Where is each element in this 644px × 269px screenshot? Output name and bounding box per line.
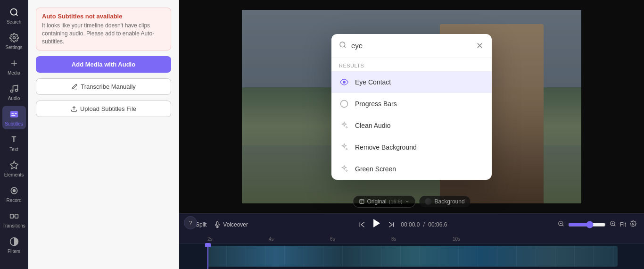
timeline-ruler: 2s 4s 6s 8s 10s (179, 235, 644, 244)
sidebar-item-elements-label: Elements (4, 172, 24, 177)
zoom-out-button[interactable] (558, 220, 564, 228)
fit-button[interactable]: Fit (620, 221, 626, 228)
time-separator: / (423, 221, 425, 228)
result-item-progress-bars[interactable]: Progress Bars (331, 93, 492, 115)
voiceover-button[interactable]: Voiceover (214, 221, 248, 228)
sidebar: Search Settings Media Audio Subtitles (0, 0, 28, 269)
timeline-zoom-controls: Fit (558, 220, 636, 228)
svg-rect-8 (14, 113, 17, 114)
sidebar-item-transitions-label: Transitions (2, 223, 25, 228)
timeline-settings-button[interactable] (630, 220, 636, 228)
svg-line-32 (614, 225, 615, 227)
current-time: 00:00.0 (401, 221, 420, 228)
svg-point-0 (10, 9, 17, 15)
search-input-row: ✕ (331, 34, 492, 58)
sidebar-item-elements[interactable]: Elements (2, 157, 26, 180)
svg-rect-6 (10, 111, 18, 117)
result-clean-audio-label: Clean Audio (355, 122, 391, 129)
svg-point-19 (340, 42, 345, 47)
alert-box: Auto Subtitles not available It looks li… (36, 8, 171, 50)
tick-10s: 10s (453, 236, 514, 242)
result-remove-background-label: Remove Background (355, 143, 417, 151)
voiceover-icon (214, 221, 221, 228)
upload-subtitles-button[interactable]: Upload Subtitles File (36, 101, 171, 117)
result-item-green-screen[interactable]: Green Screen (331, 158, 492, 180)
zoom-in-button[interactable] (610, 220, 616, 228)
play-button[interactable] (372, 218, 382, 231)
svg-point-35 (632, 223, 634, 225)
upload-icon (71, 106, 77, 112)
search-icon (8, 7, 20, 18)
split-label: Split (196, 221, 206, 228)
sidebar-item-transitions[interactable]: Transitions (2, 208, 26, 231)
help-button[interactable]: ? (184, 216, 197, 229)
sidebar-item-subtitles-label: Subtitles (5, 121, 23, 126)
sidebar-item-media[interactable]: Media (2, 55, 26, 78)
sidebar-item-media-label: Media (8, 70, 20, 76)
result-eye-contact-label: Eye Contact (355, 78, 391, 86)
sidebar-item-text-label: Text (9, 147, 18, 152)
time-display: 00:00.0 / 00:06.6 (401, 221, 447, 228)
sidebar-item-search[interactable]: Search (2, 4, 26, 27)
skip-forward-button[interactable] (388, 221, 395, 228)
sidebar-item-settings[interactable]: Settings (2, 29, 26, 53)
sidebar-item-audio-label: Audio (8, 96, 20, 101)
sidebar-item-filters-label: Filters (8, 249, 20, 254)
clean-audio-icon (339, 120, 349, 131)
svg-marker-10 (10, 161, 18, 169)
transcribe-icon (71, 84, 78, 90)
svg-point-21 (341, 100, 348, 107)
sidebar-item-search-label: Search (7, 19, 22, 25)
transport-section: 00:00.0 / 00:06.6 (256, 218, 550, 231)
main-content: Original (16:9) Background (179, 0, 644, 269)
timeline-track (179, 244, 644, 269)
eye-contact-icon (339, 77, 349, 87)
transcribe-button[interactable]: Transcribe Manually (36, 78, 171, 95)
add-media-button[interactable]: Add Media with Audio (36, 56, 171, 73)
transitions-icon (8, 210, 20, 222)
svg-line-29 (562, 225, 563, 227)
settings-icon (8, 32, 20, 43)
sidebar-item-text[interactable]: T Text (2, 131, 26, 155)
results-label: Results (331, 58, 492, 71)
sidebar-item-record[interactable]: Record (2, 182, 26, 206)
sidebar-item-filters[interactable]: Filters (2, 233, 26, 257)
filters-icon (8, 236, 20, 247)
sidebar-item-settings-label: Settings (5, 45, 22, 50)
svg-point-12 (13, 190, 15, 192)
timeline-clip[interactable] (207, 246, 618, 267)
cursor-head (205, 243, 211, 247)
result-item-clean-audio[interactable]: Clean Audio (331, 115, 492, 136)
search-overlay: ✕ Results Eye Contact (179, 0, 644, 213)
svg-point-4 (10, 90, 13, 92)
search-modal-close-button[interactable]: ✕ (475, 40, 484, 52)
timeline: 2s 4s 6s 8s 10s (179, 235, 644, 269)
audio-icon (8, 83, 20, 94)
total-time: 00:06.6 (428, 221, 447, 228)
zoom-slider[interactable] (568, 221, 606, 228)
search-modal-input[interactable] (351, 42, 471, 50)
transcribe-label: Transcribe Manually (81, 83, 136, 90)
app-layout: Search Settings Media Audio Subtitles (0, 0, 644, 269)
text-icon: T (8, 134, 20, 145)
result-item-remove-background[interactable]: Remove Background (331, 136, 492, 158)
record-icon (8, 185, 20, 196)
timeline-cursor (207, 244, 208, 269)
sidebar-item-audio[interactable]: Audio (2, 80, 26, 104)
progress-bars-icon (339, 99, 349, 109)
bottom-toolbar: Split Voiceover (179, 213, 644, 235)
svg-rect-14 (15, 214, 18, 218)
skip-back-button[interactable] (358, 221, 366, 228)
sidebar-item-subtitles[interactable]: Subtitles (2, 106, 26, 129)
bottom-section: Split Voiceover (179, 213, 644, 269)
svg-point-5 (15, 89, 17, 92)
tick-6s: 6s (330, 236, 391, 242)
result-item-eye-contact[interactable]: Eye Contact (331, 71, 492, 93)
tick-4s: 4s (269, 236, 330, 242)
elements-icon (8, 160, 20, 171)
tick-2s: 2s (207, 236, 269, 242)
alert-body: It looks like your timeline doesn't have… (42, 22, 165, 45)
left-panel: Auto Subtitles not available It looks li… (28, 0, 179, 269)
svg-point-1 (13, 37, 15, 39)
search-modal: ✕ Results Eye Contact (331, 34, 492, 180)
